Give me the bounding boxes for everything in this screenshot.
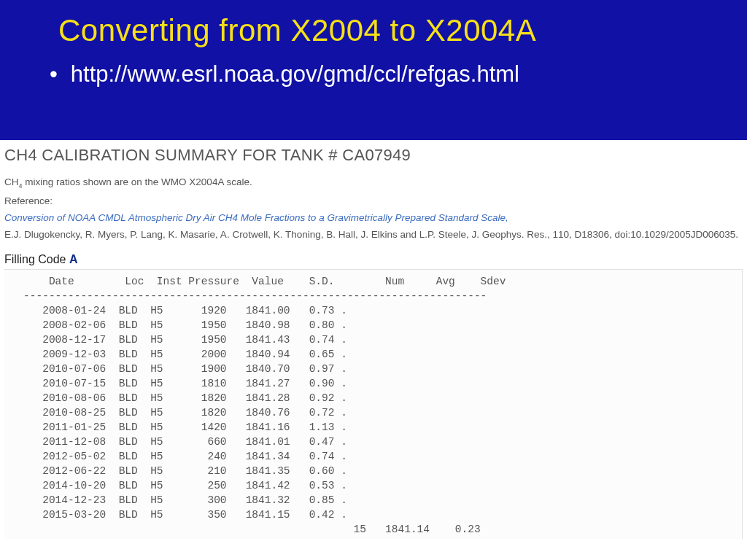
document-content: CH4 CALIBRATION SUMMARY FOR TANK # CA079… xyxy=(0,140,747,539)
mixing-ratio-note: CH4 mixing ratios shown are on the WMO X… xyxy=(4,176,743,190)
filling-code-line: Filling Code A xyxy=(4,253,743,266)
bullet-url[interactable]: http://www.esrl.noaa.gov/gmd/ccl/refgas.… xyxy=(71,61,519,88)
mixing-text: mixing ratios shown are on the WMO X2004… xyxy=(23,176,252,187)
bullet-item: • http://www.esrl.noaa.gov/gmd/ccl/refga… xyxy=(0,48,747,88)
bullet-dot-icon: • xyxy=(50,61,58,88)
reference-link[interactable]: Conversion of NOAA CMDL Atmospheric Dry … xyxy=(4,212,743,223)
summary-title: CH4 CALIBRATION SUMMARY FOR TANK # CA079… xyxy=(4,146,743,165)
reference-authors: E.J. Dlugokencky, R. Myers, P. Lang, K. … xyxy=(4,229,743,240)
reference-label: Reference: xyxy=(4,195,743,206)
slide: Converting from X2004 to X2004A • http:/… xyxy=(0,0,747,560)
filling-label: Filling Code xyxy=(4,253,69,265)
calibration-table: Date Loc Inst Pressure Value S.D. Num Av… xyxy=(4,269,743,539)
filling-code-value: A xyxy=(69,253,78,265)
molecule-prefix: CH xyxy=(4,176,19,187)
slide-title: Converting from X2004 to X2004A xyxy=(0,0,747,48)
slide-header: Converting from X2004 to X2004A • http:/… xyxy=(0,0,747,140)
